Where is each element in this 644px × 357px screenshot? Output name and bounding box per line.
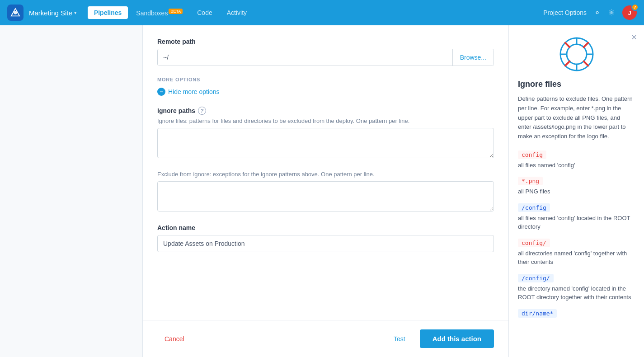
code-tag-dir-name: dir/name* <box>518 309 557 318</box>
action-name-field: Action name <box>157 224 494 252</box>
ignore-paths-label-row: Ignore paths ? <box>157 107 494 115</box>
more-options-header: MORE OPTIONS <box>157 77 494 82</box>
nav-link-pipelines[interactable]: Pipelines <box>88 6 128 19</box>
chevron-down-icon: ▾ <box>74 10 77 16</box>
code-tag-slash-config-slash: /config/ <box>518 274 554 282</box>
help-example-0: config all files named 'config' <box>518 150 635 170</box>
nav-link-sandboxes[interactable]: SandboxesBETA <box>130 6 189 19</box>
remote-path-input-group: Browse... <box>157 49 494 66</box>
logo[interactable] <box>7 5 24 21</box>
nav-right: Project Options ⚬ ⚛ J 7 <box>543 5 637 20</box>
test-button[interactable]: Test <box>386 331 413 347</box>
help-panel-icon <box>559 36 595 72</box>
help-example-desc-0: all files named 'config' <box>518 161 635 170</box>
action-name-input[interactable] <box>157 235 494 252</box>
minus-icon: − <box>157 88 165 96</box>
form-scroll: Remote path Browse... MORE OPTIONS − Hid… <box>143 25 508 320</box>
hide-options-link[interactable]: − Hide more options <box>157 88 494 96</box>
nav-links: Pipelines SandboxesBETA Code Activity <box>88 6 253 19</box>
help-example-4: /config/ the directory named 'config' lo… <box>518 274 635 302</box>
exclude-desc: Exclude from ignore: exceptions for the … <box>157 171 494 178</box>
remote-path-field: Remote path Browse... <box>157 38 494 66</box>
ignore-paths-label: Ignore paths <box>157 107 195 114</box>
help-icon[interactable]: ⚛ <box>608 8 615 18</box>
code-tag-png: *.png <box>518 177 543 185</box>
exclude-ignore-field: Exclude from ignore: exceptions for the … <box>157 171 494 213</box>
lifebuoy-icon <box>559 36 595 72</box>
more-options-section: MORE OPTIONS − Hide more options <box>157 77 494 96</box>
nav-link-code[interactable]: Code <box>191 6 218 19</box>
ignore-paths-field: Ignore paths ? Ignore files: patterns fo… <box>157 107 494 160</box>
remote-path-input[interactable] <box>158 49 452 66</box>
nav-link-activity[interactable]: Activity <box>221 6 253 19</box>
code-tag-config: config <box>518 150 546 159</box>
action-name-label: Action name <box>157 224 494 231</box>
topnav: Marketing Site ▾ Pipelines SandboxesBETA… <box>0 0 644 25</box>
help-example-3: config/ all directories named 'config' t… <box>518 239 635 267</box>
remote-path-label: Remote path <box>157 38 494 45</box>
browse-button[interactable]: Browse... <box>452 49 494 66</box>
help-example-desc-2: all files named 'config' located in the … <box>518 214 635 231</box>
main-area: Remote path Browse... MORE OPTIONS − Hid… <box>0 25 644 357</box>
ignore-paths-textarea[interactable] <box>157 128 494 158</box>
help-example-desc-4: the directory named 'config' located in … <box>518 284 635 302</box>
help-example-5: dir/name* <box>518 309 635 319</box>
ignore-paths-desc: Ignore files: patterns for files and dir… <box>157 117 494 124</box>
avatar-notification-badge: 7 <box>631 4 639 11</box>
help-example-1: *.png all PNG files <box>518 177 635 196</box>
help-title: Ignore files <box>518 80 635 89</box>
beta-badge: BETA <box>169 9 183 14</box>
exclude-textarea[interactable] <box>157 181 494 211</box>
logo-icon <box>10 8 20 18</box>
code-tag-slash-config: /config <box>518 203 550 212</box>
help-panel: × Ignore files Define patterns to exclud… <box>508 25 644 357</box>
form-panel: Remote path Browse... MORE OPTIONS − Hid… <box>143 25 508 357</box>
project-name[interactable]: Marketing Site ▾ <box>29 9 77 17</box>
project-options-link[interactable]: Project Options <box>543 9 587 16</box>
add-action-button[interactable]: Add this action <box>420 329 494 348</box>
content-area: Remote path Browse... MORE OPTIONS − Hid… <box>143 25 644 357</box>
cancel-button[interactable]: Cancel <box>157 331 192 347</box>
footer-right: Test Add this action <box>386 329 494 348</box>
help-body: Define patterns to exclude files. One pa… <box>518 94 635 141</box>
code-tag-config-slash: config/ <box>518 239 550 247</box>
ignore-paths-help-icon[interactable]: ? <box>198 107 206 115</box>
form-footer: Cancel Test Add this action <box>143 320 508 357</box>
sidebar <box>0 25 143 357</box>
help-example-desc-1: all PNG files <box>518 187 635 196</box>
help-example-2: /config all files named 'config' located… <box>518 203 635 231</box>
avatar[interactable]: J 7 <box>622 5 637 20</box>
svg-point-1 <box>14 11 17 14</box>
help-close-button[interactable]: × <box>631 33 637 42</box>
help-example-desc-3: all directories named 'config' together … <box>518 249 635 267</box>
search-icon[interactable]: ⚬ <box>594 8 601 18</box>
